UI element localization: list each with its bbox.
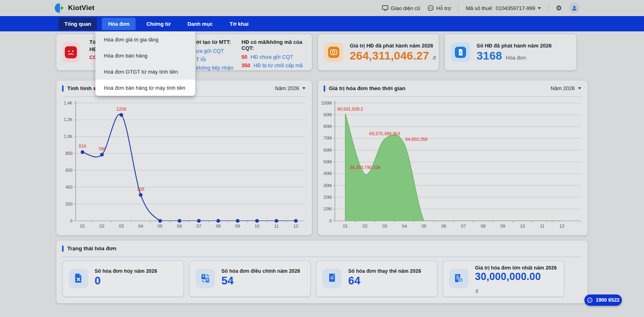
stat-title: Giá trị HĐ đã phát hành năm 2026 [350,43,433,49]
cqt-link[interactable]: HĐ bị từ chối cấp mã [254,62,303,68]
line-chart: 02004006008001.0K1.2K1.4K010203040506070… [56,97,312,235]
hotline-chat-button[interactable]: 1900 6522 [584,294,622,306]
chevron-down-icon [538,7,541,9]
cqt-link[interactable]: HĐ chưa gửi CQT [250,54,293,60]
document-icon [454,46,466,58]
old-ui-link[interactable]: Giao diện cũ [382,5,420,11]
svg-text:40M: 40M [324,171,332,176]
svg-text:64,850,358: 64,850,358 [405,137,427,142]
divider [458,4,458,12]
nav-tab-tong-quan[interactable]: Tổng quan [58,18,97,30]
nav-tab-chung-tu[interactable]: Chứng từ [140,18,177,30]
status-value: 0 [95,275,101,287]
svg-text:07: 07 [461,224,466,228]
accent-bar [324,85,325,92]
replaced-invoice-icon [326,273,338,284]
nav-tab-to-khai[interactable]: Tờ khai [224,18,255,30]
adjusted-invoice-icon [200,273,211,284]
topbar: KiotViet Giao diện cũ Hỗ trợ Mã số thuế:… [0,0,644,16]
svg-text:20M: 20M [324,195,332,200]
svg-text:70M: 70M [324,136,332,140]
hotline-number: 1900 6522 [596,297,619,303]
svg-text:60M: 60M [324,148,332,152]
year-selector[interactable]: Năm 2026 [551,85,581,91]
cancelled-invoices-card: Số hóa đơn hủy năm 2026 0 [62,261,184,297]
svg-text:04: 04 [138,224,143,228]
svg-text:06: 06 [441,224,446,228]
svg-text:10: 10 [255,224,260,228]
svg-text:69,375,389.963: 69,375,389.963 [369,131,400,136]
svg-text:90M: 90M [324,112,332,117]
svg-text:10M: 10M [324,206,332,211]
nav-tab-hoa-don[interactable]: Hóa đơn [102,18,135,30]
svg-text:03: 03 [382,224,387,228]
svg-text:90,691,508.2: 90,691,508.2 [337,107,363,111]
menu-item-hoa-don-ban-hang[interactable]: Hóa đơn bán hàng [95,47,195,64]
svg-text:80M: 80M [324,124,332,129]
icon-tile [322,269,342,288]
icon-tile [69,269,88,288]
status-value: 64 [348,275,361,287]
kiotviet-logo[interactable]: KiotViet [55,0,95,16]
svg-text:11: 11 [274,224,279,228]
svg-text:06: 06 [177,224,182,228]
mtt-link[interactable]: ưa gửi CQT [196,48,233,54]
cqt-title: HĐ có mã/không mã của CQT: [242,39,312,51]
largest-invoice-card: $ Giá trị hóa đơn lớn nhất năm 2026 30,0… [443,261,564,297]
chart-title: Giá trị hóa đơn theo thời gian [329,85,405,91]
divider [62,257,582,257]
nav-tab-danh-muc[interactable]: Danh mục [182,18,219,30]
svg-text:12: 12 [293,224,298,228]
avatar[interactable] [569,3,580,13]
divider [324,97,582,97]
svg-text:02: 02 [99,224,104,228]
support-label: Hỗ trợ [436,5,451,11]
svg-text:308: 308 [137,187,144,191]
stat-value: 264,311,046.27 [350,49,429,62]
year-label: Năm 2026 [551,85,575,91]
cqt-column: HĐ có mã/không mã của CQT: 50 HĐ chưa gử… [242,39,312,71]
kiotviet-logo-icon [55,3,65,13]
gear-icon[interactable]: ⚙ [556,5,562,12]
divider [62,97,306,97]
svg-text:600: 600 [65,168,72,173]
support-link[interactable]: Hỗ trợ [427,5,451,11]
replaced-invoices-card: Số hóa đơn thay thế năm 2026 64 [316,261,438,297]
svg-text:1258: 1258 [116,107,126,111]
section-title: Trạng thái hóa đơn [67,245,116,251]
mtt-link[interactable]: T lỗi [196,56,233,62]
tax-id-selector[interactable]: Mã số thuế: 0104359717-999 [466,5,541,11]
invoice-dropdown-menu: Hóa đơn giá trị gia tăng Hóa đơn bán hàn… [95,31,195,96]
status-title: Giá trị hóa đơn lớn nhất năm 2026 [475,265,557,271]
accent-bar [62,245,64,252]
svg-text:$: $ [460,278,462,282]
issued-value-card: Giá trị HĐ đã phát hành năm 2026 264,311… [318,34,439,70]
coin-icon-tile [324,43,343,62]
tax-id-value: 0104359717-999 [495,5,535,11]
menu-item-hoa-don-gtgt[interactable]: Hóa đơn giá trị gia tăng [95,31,195,47]
svg-text:1.4K: 1.4K [64,101,72,105]
menu-item-ban-hang-mtt[interactable]: Hoá đơn bán hàng từ máy tính tiền [95,80,195,96]
mtt-link[interactable]: không tiếp nhận [196,65,233,71]
invoice-icon-tile [451,43,470,62]
year-selector[interactable]: Năm 2026 [275,85,305,91]
svg-text:01: 01 [80,224,85,228]
cancelled-invoice-icon [73,273,84,284]
svg-text:08: 08 [216,224,221,228]
status-title: Số hóa đơn điều chỉnh năm 2026 [221,268,300,274]
svg-text:01: 01 [343,224,348,228]
invoice-money-icon: $ [453,273,464,284]
menu-item-gtgt-mtt[interactable]: Hoá đơn GTGT từ máy tính tiền [95,64,195,80]
brand-name: KiotViet [68,4,95,12]
alert-title-fragment: Tò [89,39,96,45]
stat-unit: Hóa đơn [506,55,526,61]
adjusted-invoices-card: Số hóa đơn điều chỉnh năm 2026 54 [189,261,311,297]
stat-unit: đ [433,55,436,61]
svg-text:09: 09 [500,224,505,228]
main-navbar: Tổng quan Hóa đơn Chứng từ Danh mục Tờ k… [0,16,644,31]
area-chart: 010M20M30M40M50M60M70M80M90M100M01020304… [318,97,588,235]
year-label: Năm 2026 [275,85,299,91]
invoice-status-section: Trạng thái hóa đơn Số hóa đơn hủy năm 20… [56,241,588,303]
invoice-usage-chart-card: Tình hình s Năm 2026 02004006008001.0K1.… [56,80,312,235]
sad-face-icon [64,45,78,59]
